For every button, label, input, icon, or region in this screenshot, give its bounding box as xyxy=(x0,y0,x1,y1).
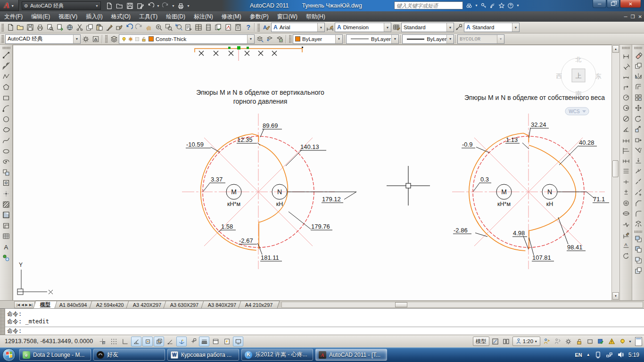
application-menu-button[interactable]: A ▼ xyxy=(0,0,19,11)
status-toggle-snap[interactable] xyxy=(97,337,107,346)
color-control-combo[interactable]: ByLayer ▼ xyxy=(293,34,343,44)
make-layer-current-icon[interactable] xyxy=(255,34,264,44)
layer-combo[interactable]: Constr-Thick ▼ xyxy=(119,34,255,44)
restore-button[interactable] xyxy=(607,0,619,8)
toolbar-lock-button[interactable] xyxy=(574,337,584,346)
menu-file[interactable]: 文件(F) xyxy=(0,11,27,22)
layout-tab-a3-840x297[interactable]: A3 840X297 xyxy=(201,301,243,308)
viewcube-north[interactable]: 北 xyxy=(576,56,582,63)
move-icon[interactable] xyxy=(633,103,644,113)
dimension-text-edit-icon[interactable]: A xyxy=(620,240,631,250)
status-warning-icon[interactable] xyxy=(607,337,616,346)
layout-tab-model[interactable]: 模型 xyxy=(33,301,58,308)
minimize-button[interactable]: ─ xyxy=(593,0,606,8)
offset-icon[interactable] xyxy=(633,82,644,92)
viewcube-top[interactable]: 上 xyxy=(576,72,582,79)
combo-arrow-icon[interactable]: ▼ xyxy=(512,23,519,32)
polyline-icon[interactable] xyxy=(1,71,12,82)
explode-icon[interactable] xyxy=(633,219,644,229)
menu-modify[interactable]: 修改(M) xyxy=(217,11,246,22)
status-toggle-dyn[interactable] xyxy=(188,337,198,346)
first-tab-icon[interactable]: |◀ xyxy=(17,303,20,307)
angular-icon[interactable] xyxy=(620,124,631,134)
redo-dropdown-icon[interactable]: ▼ xyxy=(172,4,175,8)
menu-parametric[interactable]: 参数(P) xyxy=(246,11,273,22)
quick-calc-icon[interactable] xyxy=(233,23,243,33)
revision-cloud-icon[interactable] xyxy=(1,124,12,135)
menu-dimension[interactable]: 标注(N) xyxy=(190,11,217,22)
toolbar-options-icon[interactable]: ▼ xyxy=(187,4,190,8)
communication-center-icon[interactable] xyxy=(489,2,496,9)
quick-dimension-icon[interactable] xyxy=(620,134,631,145)
help-icon[interactable] xyxy=(507,2,514,9)
dimension-style-manager-icon[interactable] xyxy=(325,23,335,33)
toolbar-grip[interactable] xyxy=(289,35,291,43)
command-history[interactable]: 命令: 命令: _mtedit xyxy=(5,309,644,327)
markup-set-manager-icon[interactable] xyxy=(223,23,233,33)
rotate-icon[interactable] xyxy=(633,113,644,123)
continue-icon[interactable] xyxy=(620,156,631,166)
combo-arrow-icon[interactable]: ▼ xyxy=(446,35,454,43)
copy-object-icon[interactable] xyxy=(633,60,644,71)
taskbar-button-steam[interactable]: 好友 xyxy=(93,349,165,361)
menu-format[interactable]: 格式(O) xyxy=(107,11,135,22)
combo-arrow-icon[interactable]: ▼ xyxy=(446,23,454,32)
center-mark-icon[interactable] xyxy=(620,197,631,208)
undo-button[interactable] xyxy=(146,1,155,10)
rectangle-icon[interactable] xyxy=(1,92,12,103)
status-toggle-osnap-3d[interactable] xyxy=(154,337,164,346)
volume-icon[interactable] xyxy=(617,351,624,358)
3d-dwf-icon[interactable] xyxy=(65,23,74,33)
status-toggle-polar[interactable] xyxy=(131,337,141,346)
dimension-space-icon[interactable] xyxy=(620,166,631,176)
doc-close-icon[interactable]: ✕ xyxy=(638,14,642,19)
jogged-icon[interactable] xyxy=(620,103,631,113)
viewcube[interactable]: 北 西 东 南 上 xyxy=(556,56,602,97)
table-icon[interactable] xyxy=(1,231,12,242)
construction-line-icon[interactable] xyxy=(1,61,12,72)
trusted-dwg-icon[interactable] xyxy=(596,337,605,346)
paste-icon[interactable] xyxy=(94,23,104,33)
workspace-save-icon[interactable] xyxy=(91,34,100,44)
status-toggle-ortho[interactable] xyxy=(120,337,130,346)
add-selected-icon[interactable] xyxy=(1,252,12,263)
layout-tab-a3-630x297[interactable]: A3 630X297 xyxy=(164,301,206,308)
open-button[interactable] xyxy=(115,1,124,10)
zoom-window-icon[interactable] xyxy=(164,23,173,33)
save-as-button[interactable] xyxy=(136,1,145,10)
hardware-acceleration-button[interactable] xyxy=(585,337,594,346)
prev-tab-icon[interactable]: ◀ xyxy=(21,303,24,307)
status-toggle-tp[interactable] xyxy=(210,337,221,346)
mleader-style-manager-icon[interactable] xyxy=(454,23,464,33)
menu-window[interactable]: 窗口(W) xyxy=(273,11,302,22)
workspace-select-titlebar[interactable]: ⚙ AutoCAD 经典 ▼ xyxy=(22,1,101,10)
horizontal-scroll-thumb[interactable] xyxy=(395,302,407,307)
redo-icon[interactable] xyxy=(134,23,144,33)
toolbar-grip[interactable] xyxy=(1,35,4,43)
multiline-text-icon[interactable]: A xyxy=(1,242,12,253)
menu-insert[interactable]: 插入(I) xyxy=(82,11,107,22)
viewcube-east[interactable]: 东 xyxy=(595,73,602,80)
insert-block-icon[interactable] xyxy=(1,167,12,178)
circle-icon[interactable] xyxy=(1,114,12,125)
make-block-icon[interactable] xyxy=(1,178,12,189)
plot-preview-icon[interactable] xyxy=(45,23,55,33)
send-under-objects-icon[interactable] xyxy=(633,265,644,276)
language-indicator[interactable]: EN xyxy=(575,352,582,358)
linear-icon[interactable] xyxy=(620,50,631,60)
layout-tab-a2-594x420[interactable]: A2 594x420 xyxy=(89,301,131,308)
annotation-visibility-button[interactable] xyxy=(542,337,551,346)
erase-icon[interactable] xyxy=(633,50,644,60)
combo-arrow-icon[interactable]: ▼ xyxy=(317,23,324,32)
network-icon[interactable] xyxy=(606,351,613,358)
status-toggle-ducs[interactable] xyxy=(176,337,187,346)
search-dropdown-icon[interactable]: ▼ xyxy=(475,4,478,7)
toolbar-grip[interactable] xyxy=(2,47,10,49)
taskbar-button-browser[interactable]: Dota 2 Lounge - M... xyxy=(19,349,91,361)
layer-on-bulb-icon[interactable] xyxy=(121,36,127,42)
binoculars-search-icon[interactable] xyxy=(466,2,472,9)
array-icon[interactable] xyxy=(633,92,644,103)
combo-arrow-icon[interactable]: ▼ xyxy=(247,35,254,43)
close-button[interactable]: ✕ xyxy=(620,0,641,8)
dimension-break-icon[interactable] xyxy=(620,177,631,187)
